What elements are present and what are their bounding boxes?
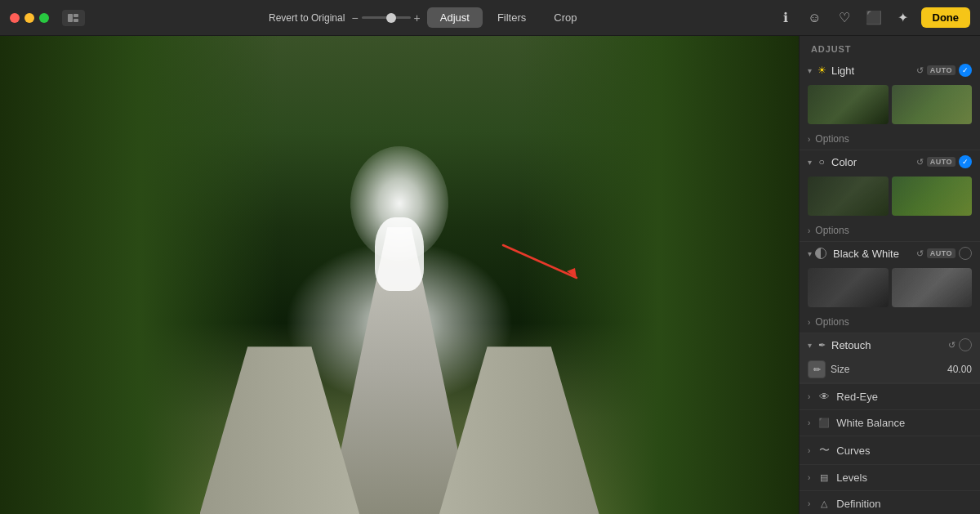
color-auto-badge[interactable]: AUTO [927, 157, 956, 167]
size-value: 40.00 [947, 364, 972, 375]
minimize-button[interactable] [24, 13, 34, 23]
size-row: ✏ Size 40.00 [800, 356, 980, 382]
color-options-row[interactable]: › Options [800, 222, 980, 241]
retouch-title: Retouch [831, 339, 945, 351]
zoom-minus-button[interactable]: − [351, 11, 358, 25]
color-thumb-2 [892, 177, 973, 216]
bw-auto-badge[interactable]: AUTO [927, 248, 956, 258]
section-color-header[interactable]: ▾ ○ Color ↺ AUTO ✓ [800, 150, 980, 173]
color-undo-icon[interactable]: ↺ [916, 157, 924, 168]
light-title: Light [831, 65, 913, 77]
arrow-indicator [495, 237, 593, 286]
revert-button[interactable]: Revert to Original [269, 12, 345, 24]
tab-adjust[interactable]: Adjust [427, 7, 483, 28]
levels-icon: ▤ [817, 472, 831, 483]
definition-chevron-icon: › [808, 499, 810, 508]
definition-icon: △ [817, 498, 831, 509]
section-light-header[interactable]: ▾ ☀ Light ↺ AUTO ✓ [800, 59, 980, 82]
titlebar: Revert to Original − + Adjust Filters Cr… [0, 0, 980, 36]
light-auto-badge[interactable]: AUTO [927, 65, 956, 75]
definition-row[interactable]: › △ Definition [800, 490, 980, 514]
light-undo-icon[interactable]: ↺ [916, 65, 924, 76]
magic-button[interactable]: ✦ [892, 7, 915, 29]
curves-label: Curves [836, 445, 972, 457]
bw-controls: ↺ AUTO [916, 247, 972, 260]
color-title: Color [831, 156, 913, 168]
right-panel: ADJUST ▾ ☀ Light ↺ AUTO ✓ › Options [799, 36, 980, 514]
definition-label: Definition [836, 498, 972, 510]
window-ctrl-left[interactable] [62, 10, 85, 26]
svg-rect-1 [74, 14, 78, 17]
retouch-circle[interactable] [959, 338, 972, 351]
red-eye-icon: 👁 [817, 391, 831, 403]
levels-label: Levels [836, 472, 972, 484]
section-bw: ▾ Black & White ↺ AUTO › Options [800, 242, 980, 333]
bw-thumbnails [800, 265, 980, 314]
retouch-chevron-icon: ▾ [808, 341, 812, 350]
window-controls [62, 10, 85, 26]
bw-icon [815, 248, 826, 259]
color-options-label: Options [815, 225, 849, 236]
section-retouch: ▾ ✒ Retouch ↺ ✏ Size 40.00 [800, 333, 980, 383]
bw-undo-icon[interactable]: ↺ [916, 248, 924, 259]
svg-line-3 [503, 245, 577, 278]
bw-thumb-2 [892, 268, 973, 307]
retouch-icon: ✒ [815, 340, 828, 351]
main-content: ADJUST ▾ ☀ Light ↺ AUTO ✓ › Options [0, 36, 980, 514]
tab-crop[interactable]: Crop [541, 7, 590, 28]
heart-button[interactable]: ♡ [833, 7, 856, 29]
section-bw-header[interactable]: ▾ Black & White ↺ AUTO [800, 242, 980, 265]
white-balance-label: White Balance [836, 417, 972, 429]
light-icon: ☀ [815, 65, 828, 76]
light-check-circle[interactable]: ✓ [959, 64, 972, 77]
section-light: ▾ ☀ Light ↺ AUTO ✓ › Options [800, 59, 980, 150]
tab-filters[interactable]: Filters [484, 7, 539, 28]
done-button[interactable]: Done [921, 7, 971, 28]
svg-rect-0 [68, 14, 73, 22]
retouch-undo-icon[interactable]: ↺ [948, 340, 956, 351]
titlebar-center: Revert to Original − + Adjust Filters Cr… [91, 7, 768, 28]
color-thumbnails [800, 173, 980, 222]
silhouette [375, 217, 424, 291]
toolbar-tabs: Adjust Filters Crop [427, 7, 590, 28]
emoji-button[interactable]: ☺ [804, 7, 826, 29]
light-options-row[interactable]: › Options [800, 131, 980, 150]
zoom-slider[interactable] [362, 16, 411, 19]
info-button[interactable]: ℹ [774, 7, 797, 29]
bw-thumb-1 [808, 268, 889, 307]
curves-row[interactable]: › 〜 Curves [800, 436, 980, 464]
close-button[interactable] [10, 13, 20, 23]
bw-options-label: Options [815, 316, 849, 328]
white-balance-row[interactable]: › ⬛ White Balance [800, 409, 980, 436]
color-icon: ○ [815, 156, 828, 168]
color-controls: ↺ AUTO ✓ [916, 155, 972, 168]
bw-circle[interactable] [959, 247, 972, 260]
bw-options-row[interactable]: › Options [800, 314, 980, 333]
photo-background [0, 36, 799, 514]
chevron-down-icon: ▾ [808, 66, 812, 75]
red-eye-label: Red-Eye [836, 391, 972, 403]
light-thumb-1 [808, 85, 889, 124]
levels-row[interactable]: › ▤ Levels [800, 464, 980, 490]
red-eye-row[interactable]: › 👁 Red-Eye [800, 383, 980, 409]
levels-chevron-icon: › [808, 473, 810, 482]
bw-title: Black & White [833, 248, 913, 260]
photo-area [0, 36, 799, 514]
titlebar-right: ℹ ☺ ♡ ⬛ ✦ Done [774, 7, 971, 29]
bw-chevron-icon: ▾ [808, 249, 812, 258]
section-retouch-header[interactable]: ▾ ✒ Retouch ↺ [800, 333, 980, 356]
zoom-plus-button[interactable]: + [414, 11, 421, 25]
curves-chevron-icon: › [808, 446, 810, 455]
pencil-tool-icon[interactable]: ✏ [808, 360, 826, 378]
fullscreen-button[interactable] [39, 13, 49, 23]
color-check-circle[interactable]: ✓ [959, 155, 972, 168]
color-chevron-icon: ▾ [808, 158, 812, 167]
light-options-chevron: › [808, 135, 810, 144]
light-options-label: Options [815, 133, 849, 145]
color-thumb-1 [808, 177, 889, 216]
zoom-thumb[interactable] [386, 13, 396, 23]
bw-options-chevron: › [808, 318, 810, 327]
light-thumbnails [800, 82, 980, 131]
crop-icon-button[interactable]: ⬛ [862, 7, 885, 29]
light-thumb-2 [892, 85, 973, 124]
